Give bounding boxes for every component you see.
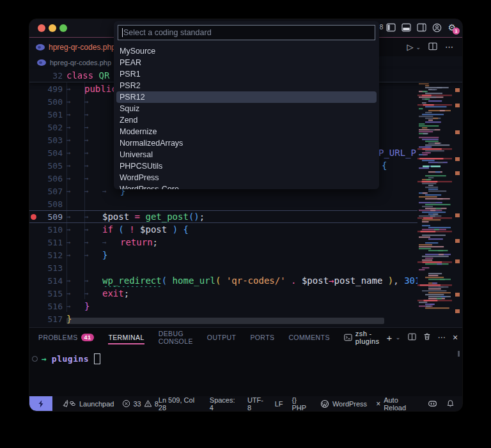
- minimap[interactable]: [417, 69, 462, 318]
- line-content: →→→return;: [66, 237, 158, 247]
- terminal-scrollbar[interactable]: [458, 351, 460, 357]
- status-item-ln-509-col-28[interactable]: Ln 509, Col 28: [159, 396, 201, 411]
- code-token: 'qr-codes/': [226, 275, 286, 286]
- line-number[interactable]: 499: [37, 84, 63, 94]
- settings-gear-icon[interactable]: ⚙ 1: [448, 22, 456, 33]
- line-number[interactable]: 510: [37, 225, 63, 235]
- line-number[interactable]: 505: [37, 161, 63, 171]
- code-line[interactable]: 510→→if ( ! $post ) {: [29, 223, 462, 236]
- horizontal-scrollbar[interactable]: [66, 318, 384, 324]
- minimize-window-button[interactable]: [49, 24, 56, 32]
- layout-panel-icon[interactable]: [401, 23, 411, 32]
- status-item-utf-8[interactable]: UTF-8: [247, 396, 266, 411]
- line-number[interactable]: 517: [37, 314, 63, 324]
- line-number[interactable]: 514: [37, 276, 63, 286]
- close-panel-icon[interactable]: ×: [453, 332, 458, 343]
- tab-filename: hpreg-qr-codes.php: [49, 43, 116, 52]
- status-label: UTF-8: [247, 396, 266, 412]
- maximize-window-button[interactable]: [59, 24, 67, 32]
- panel-more-actions-icon[interactable]: ⋯: [438, 333, 446, 342]
- quickpick-item-phpcsutils[interactable]: PHPCSUtils: [116, 160, 377, 172]
- run-dropdown-chevron-icon[interactable]: ⌄: [416, 44, 421, 50]
- panel-tab-ports[interactable]: PORTS: [250, 328, 274, 347]
- line-number[interactable]: 32: [37, 71, 63, 81]
- line-number[interactable]: 502: [37, 123, 63, 132]
- breakpoint-gutter[interactable]: [29, 214, 37, 220]
- close-window-button[interactable]: [38, 24, 45, 32]
- kill-terminal-trash-icon[interactable]: [423, 332, 431, 343]
- run-button[interactable]: ▷: [407, 42, 413, 52]
- code-line[interactable]: 511→→→return;: [29, 236, 462, 249]
- code-line[interactable]: 509→→$post = get_post();: [29, 210, 462, 223]
- new-terminal-button[interactable]: +: [386, 332, 392, 343]
- quickpick-item-pear[interactable]: PEAR: [116, 57, 377, 68]
- line-number[interactable]: 516: [37, 302, 63, 311]
- quickpick-item-modernize[interactable]: Modernize: [116, 126, 377, 137]
- line-number[interactable]: 508: [37, 199, 63, 209]
- line-number[interactable]: 504: [37, 148, 63, 158]
- quickpick-item-wordpress[interactable]: WordPress: [116, 172, 377, 183]
- line-number[interactable]: 507: [37, 187, 63, 196]
- line-number[interactable]: 509: [37, 212, 63, 222]
- quickpick-item-psr1[interactable]: PSR1: [116, 68, 377, 80]
- split-editor-icon[interactable]: [428, 42, 437, 52]
- code-token: home_url: [173, 275, 215, 286]
- line-number[interactable]: 503: [37, 135, 63, 145]
- line-content: →→$post = get_post();: [66, 212, 205, 222]
- code-line[interactable]: 512→→}: [29, 249, 462, 261]
- panel-tab-terminal[interactable]: TERMINAL: [108, 328, 144, 347]
- code-line[interactable]: 516→}: [29, 300, 462, 313]
- line-number[interactable]: 500: [37, 97, 63, 107]
- account-icon[interactable]: [432, 23, 442, 33]
- status-item-bell[interactable]: [446, 396, 455, 411]
- code-line[interactable]: 515→→exit;: [29, 287, 462, 300]
- breakpoint-icon[interactable]: [31, 214, 36, 220]
- remote-indicator[interactable]: [29, 396, 52, 411]
- panel-tab-comments[interactable]: COMMENTS: [288, 328, 329, 347]
- terminal-instance-label[interactable]: zsh - plugins: [344, 330, 380, 345]
- quickpick-item-psr2[interactable]: PSR2: [116, 80, 377, 91]
- code-line[interactable]: 513: [29, 261, 462, 274]
- quickpick-item-universal[interactable]: Universal: [116, 149, 377, 160]
- status-item-copilot[interactable]: [428, 396, 437, 411]
- tab-whitespace-arrow: →: [84, 111, 102, 119]
- quickpick-item-mysource[interactable]: MySource: [116, 45, 377, 57]
- layout-sidebar-right-icon[interactable]: [417, 23, 426, 32]
- status-item--php[interactable]: {} PHP: [292, 396, 311, 411]
- line-content: →→exit;: [66, 288, 129, 298]
- code-line[interactable]: 508: [29, 197, 462, 210]
- code-token: [113, 224, 118, 235]
- code-token: if: [102, 224, 113, 235]
- quickpick-item-squiz[interactable]: Squiz: [116, 103, 377, 114]
- panel-tab-output[interactable]: OUTPUT: [207, 328, 237, 347]
- terminal-prompt[interactable]: → plugins: [32, 353, 462, 364]
- terminal-dropdown-chevron-icon[interactable]: ⌄: [396, 334, 401, 341]
- panel-tab-debug-console[interactable]: DEBUG CONSOLE: [159, 328, 193, 347]
- quickpick-input[interactable]: Select a coding standard: [118, 25, 375, 40]
- status-item-lf[interactable]: LF: [275, 396, 283, 411]
- split-terminal-icon[interactable]: [408, 333, 416, 343]
- diagnostics-status[interactable]: 338: [122, 396, 158, 411]
- line-number[interactable]: 511: [37, 238, 63, 247]
- quickpick-item-normalizedarrays[interactable]: NormalizedArrays: [116, 137, 377, 149]
- line-number[interactable]: 513: [37, 263, 63, 273]
- line-number[interactable]: 515: [37, 289, 63, 298]
- status-item-launchpad[interactable]: Launchpad: [61, 396, 114, 411]
- panel-tab-problems[interactable]: PROBLEMS41: [38, 328, 94, 347]
- status-item-spaces-4[interactable]: Spaces: 4: [210, 396, 238, 411]
- quickpick-item-zend[interactable]: Zend: [116, 114, 377, 126]
- auto-reload-x-icon: ×: [376, 399, 380, 408]
- editor-more-actions-icon[interactable]: ⋯: [445, 42, 453, 52]
- quickpick-item-wordpress-core[interactable]: WordPress-Core: [116, 183, 377, 189]
- code-line[interactable]: 514→→wp_redirect( home_url( 'qr-codes/' …: [29, 274, 462, 287]
- line-number[interactable]: 501: [37, 110, 63, 120]
- status-bar: Launchpad338 Ln 509, Col 28Spaces: 4UTF-…: [29, 396, 462, 411]
- quickpick-widget: Select a coding standard MySourcePEARPSR…: [114, 21, 379, 189]
- line-number[interactable]: 512: [37, 251, 63, 260]
- line-number[interactable]: 506: [37, 174, 63, 183]
- status-item-wordpress[interactable]: WordPress: [320, 396, 367, 411]
- tab-hpreg-qr-codes[interactable]: hpreg-qr-codes.php: [29, 38, 125, 56]
- layout-sidebar-left-icon[interactable]: [386, 23, 396, 32]
- quickpick-item-psr12[interactable]: PSR12: [116, 91, 377, 103]
- status-item-auto-reload[interactable]: ×Auto Reload: [376, 396, 419, 411]
